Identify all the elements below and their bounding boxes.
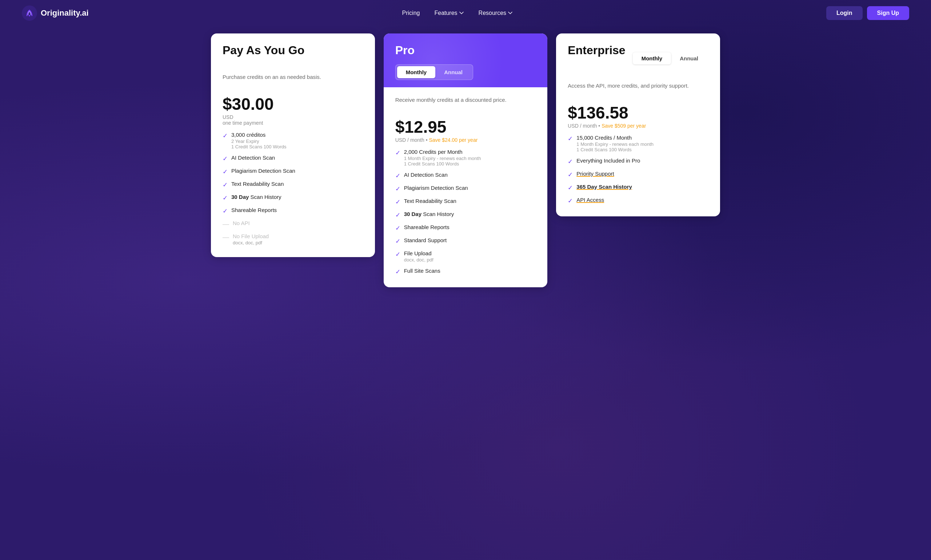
toggle-group-enterprise: Monthly Annual <box>631 51 708 66</box>
plan-card-pro: Pro Monthly Annual Receive monthly credi… <box>384 34 548 287</box>
plan-name-enterprise: Enterprise <box>568 44 625 57</box>
price-amount-payg: $30.00 <box>223 95 363 114</box>
card-header-pro: Pro Monthly Annual <box>384 34 548 87</box>
main-content: Pay As You Go Purchase credits on an as … <box>0 26 931 309</box>
check-icon: ✓ <box>568 158 573 165</box>
feature-list-pro: ✓ 2,000 Credits per Month 1 Month Expiry… <box>395 149 536 275</box>
feature-pro-readability: ✓ Text Readability Scan <box>395 198 536 206</box>
feature-no-api: — No API <box>223 220 363 228</box>
toggle-monthly-enterprise[interactable]: Monthly <box>633 52 671 65</box>
check-icon: ✓ <box>395 211 400 219</box>
feature-plagiarism: ✓ Plagiarism Detection Scan <box>223 168 363 175</box>
check-icon: ✓ <box>395 185 400 193</box>
feature-pro-plagiarism: ✓ Plagiarism Detection Scan <box>395 185 536 193</box>
feature-pro-support: ✓ Standard Support <box>395 237 536 245</box>
login-button[interactable]: Login <box>826 6 863 20</box>
plan-name-payg: Pay As You Go <box>223 44 363 57</box>
check-icon: ✓ <box>223 207 228 215</box>
check-icon: ✓ <box>568 171 573 178</box>
price-currency-enterprise: USD / month • Save $509 per year <box>568 123 708 129</box>
feature-list-payg: ✓ 3,000 créditos 2 Year Expiry1 Credit S… <box>223 132 363 245</box>
check-icon: ✓ <box>395 225 400 232</box>
price-currency-payg: USD <box>223 114 363 120</box>
feature-pro-credits: ✓ 2,000 Credits per Month 1 Month Expiry… <box>395 149 536 166</box>
feature-ent-api: ✓ API Access <box>568 197 708 205</box>
feature-credits: ✓ 3,000 créditos 2 Year Expiry1 Credit S… <box>223 132 363 149</box>
check-icon: ✓ <box>568 184 573 192</box>
feature-list-enterprise: ✓ 15,000 Credits / Month 1 Month Expiry … <box>568 135 708 205</box>
plan-card-payg: Pay As You Go Purchase credits on an as … <box>211 34 375 257</box>
feature-ent-history: ✓ 365 Day Scan History <box>568 184 708 192</box>
check-icon: ✓ <box>395 268 400 275</box>
card-body-payg: Purchase credits on an as needed basis. … <box>211 65 375 257</box>
nav-pricing[interactable]: Pricing <box>396 7 426 19</box>
feature-ent-pro: ✓ Everything Included in Pro <box>568 157 708 165</box>
feature-pro-shareable: ✓ Shareable Reports <box>395 224 536 232</box>
plan-description-pro: Receive monthly credits at a discounted … <box>395 96 536 112</box>
signup-button[interactable]: Sign Up <box>867 6 909 20</box>
check-icon: ✓ <box>568 197 573 205</box>
price-amount-pro: $12.95 <box>395 118 536 136</box>
dash-icon: — <box>223 234 229 241</box>
check-icon: ✓ <box>568 135 573 143</box>
check-icon: ✓ <box>395 172 400 180</box>
card-body-enterprise: Access the API, more credits, and priori… <box>556 73 720 216</box>
check-icon: ✓ <box>395 149 400 157</box>
price-currency-pro: USD / month • Save $24.00 per year <box>395 137 536 143</box>
plan-card-enterprise: Enterprise Monthly Annual Access the API… <box>556 34 720 216</box>
nav-actions: Login Sign Up <box>826 6 909 20</box>
svg-point-1 <box>29 15 30 16</box>
feature-pro-upload: ✓ File Upload docx, doc, pdf <box>395 250 536 263</box>
logo-text: Originality.ai <box>41 8 89 18</box>
feature-shareable: ✓ Shareable Reports <box>223 207 363 215</box>
toggle-monthly-pro[interactable]: Monthly <box>397 66 435 78</box>
plan-name-pro: Pro <box>395 44 536 57</box>
feature-readability: ✓ Text Readability Scan <box>223 181 363 189</box>
price-block-payg: $30.00 USD one time payment <box>223 95 363 126</box>
feature-ent-priority: ✓ Priority Support <box>568 171 708 178</box>
toggle-group-pro: Monthly Annual <box>395 65 473 80</box>
plan-description-enterprise: Access the API, more credits, and priori… <box>568 82 708 98</box>
nav-links: Pricing Features Resources <box>396 7 519 19</box>
check-icon: ✓ <box>395 251 400 258</box>
nav-resources[interactable]: Resources <box>473 7 519 19</box>
feature-pro-ai: ✓ AI Detection Scan <box>395 172 536 180</box>
card-header-payg: Pay As You Go <box>211 34 375 65</box>
price-block-pro: $12.95 USD / month • Save $24.00 per yea… <box>395 118 536 143</box>
feature-ent-credits: ✓ 15,000 Credits / Month 1 Month Expiry … <box>568 135 708 152</box>
check-icon: ✓ <box>223 132 228 140</box>
card-header-enterprise: Enterprise Monthly Annual <box>556 34 720 73</box>
check-icon: ✓ <box>223 194 228 202</box>
feature-scan-history: ✓ 30 Day Scan History <box>223 194 363 202</box>
check-icon: ✓ <box>223 155 228 163</box>
navbar: Originality.ai Pricing Features Resource… <box>0 0 931 26</box>
nav-features[interactable]: Features <box>428 7 469 19</box>
check-icon: ✓ <box>395 198 400 206</box>
dash-icon: — <box>223 220 229 228</box>
svg-point-0 <box>22 5 37 21</box>
toggle-annual-pro[interactable]: Annual <box>435 66 471 78</box>
logo[interactable]: Originality.ai <box>22 5 89 21</box>
card-body-pro: Receive monthly credits at a discounted … <box>384 87 548 287</box>
feature-ai-scan: ✓ AI Detection Scan <box>223 155 363 163</box>
check-icon: ✓ <box>223 168 228 175</box>
plan-description-payg: Purchase credits on an as needed basis. <box>223 73 363 89</box>
feature-pro-site-scans: ✓ Full Site Scans <box>395 268 536 275</box>
price-amount-enterprise: $136.58 <box>568 104 708 122</box>
feature-pro-history: ✓ 30 Day Scan History <box>395 211 536 219</box>
check-icon: ✓ <box>395 237 400 245</box>
pricing-grid: Pay As You Go Purchase credits on an as … <box>211 34 720 287</box>
feature-no-upload: — No File Upload docx, doc, pdf <box>223 233 363 245</box>
check-icon: ✓ <box>223 181 228 189</box>
price-subtitle-payg: one time payment <box>223 120 363 126</box>
toggle-annual-enterprise[interactable]: Annual <box>671 52 707 65</box>
price-block-enterprise: $136.58 USD / month • Save $509 per year <box>568 104 708 129</box>
